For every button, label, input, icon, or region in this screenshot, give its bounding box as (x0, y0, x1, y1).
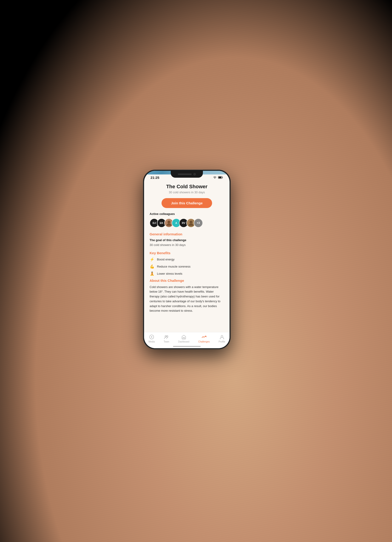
benefit-1-text: Boost energy (157, 258, 175, 261)
svg-point-6 (165, 336, 166, 337)
nav-media-label: Media (148, 340, 155, 343)
nav-challenges[interactable]: Challenges (198, 334, 210, 343)
phone-notch (171, 171, 203, 178)
dashboard-icon (181, 334, 187, 340)
colleagues-row: DJ EK A RV (150, 218, 224, 228)
scroll-content[interactable]: The Cold Shower 30 cold showers in 30 da… (144, 181, 230, 332)
person-silhouette-2 (188, 220, 194, 226)
key-benefits-heading: Key Benefits (150, 251, 224, 255)
media-icon (149, 334, 154, 340)
benefit-3: 🧘 Lower stress levels (150, 271, 224, 276)
energy-icon: ⚡ (150, 257, 155, 262)
nav-challenges-label: Challenges (198, 340, 210, 343)
stress-icon: 🧘 (150, 271, 155, 276)
colleagues-label: Active colleagues (150, 212, 224, 216)
person-silhouette (166, 220, 172, 226)
svg-rect-1 (219, 177, 221, 178)
status-time: 21:25 (150, 176, 159, 179)
muscle-icon: 💪 (150, 264, 155, 269)
nav-profile[interactable]: Profile (219, 334, 225, 343)
svg-point-8 (221, 335, 223, 337)
general-info-heading: General information (150, 232, 224, 236)
camera (193, 173, 196, 175)
about-heading: About this Challenge (150, 279, 224, 282)
phone-screen: 21:25 T (144, 171, 230, 348)
benefit-1: ⚡ Boost energy (150, 257, 224, 262)
challenge-title: The Cold Shower (150, 184, 224, 190)
svg-marker-5 (151, 336, 153, 338)
nav-team[interactable]: Team (164, 334, 169, 343)
goal-text: 30 cold showers in 30 days (150, 243, 224, 247)
about-text: Cold showers are showers with a water te… (150, 285, 224, 314)
battery-icon (218, 176, 223, 179)
phone-mockup: 21:25 T (143, 170, 231, 349)
join-challenge-button[interactable]: Join this Challenge (161, 198, 212, 208)
goal-label: The goal of this challenge (150, 238, 224, 242)
benefit-2: 💪 Reduce muscle soreness (150, 264, 224, 269)
phone-frame: 21:25 T (143, 170, 231, 349)
nav-dashboard-label: Dashboard (178, 340, 189, 343)
nav-dashboard[interactable]: Dashboard (178, 334, 189, 343)
team-icon (164, 334, 169, 340)
benefit-2-text: Reduce muscle soreness (157, 265, 190, 268)
nav-team-label: Team (164, 340, 169, 343)
svg-point-7 (166, 336, 168, 337)
challenge-subtitle: 30 cold showers in 30 days (150, 190, 224, 194)
wifi-icon (213, 176, 217, 179)
nav-profile-label: Profile (219, 340, 225, 343)
benefit-3-text: Lower stress levels (157, 272, 183, 275)
challenges-icon (201, 334, 207, 340)
svg-point-2 (167, 221, 170, 223)
status-icons (213, 176, 223, 179)
home-indicator (173, 346, 201, 347)
nav-media[interactable]: Media (148, 334, 155, 343)
speaker (178, 173, 192, 175)
avatar-count: +3 (194, 218, 203, 228)
profile-icon (219, 334, 225, 340)
svg-point-3 (190, 221, 192, 223)
